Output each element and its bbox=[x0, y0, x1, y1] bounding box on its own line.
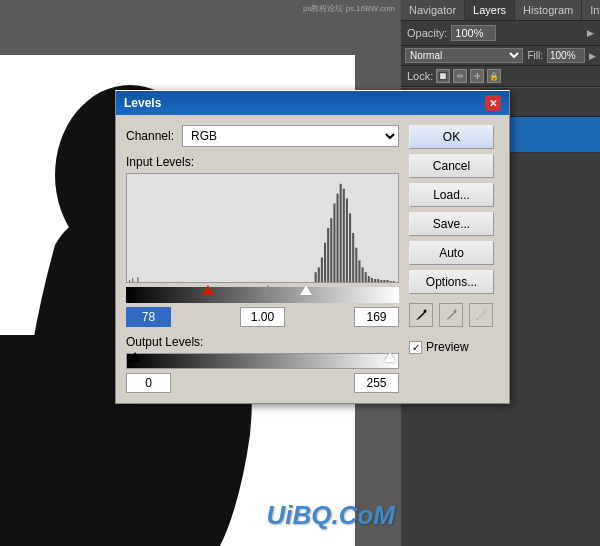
panel-arrow: ▶ bbox=[587, 28, 594, 38]
midtone-marker[interactable] bbox=[262, 285, 274, 295]
uibq-watermark: UiBQ.CoM bbox=[266, 500, 395, 531]
black-output-marker[interactable] bbox=[129, 352, 141, 362]
lock-icon-2[interactable]: ✏ bbox=[453, 69, 467, 83]
white-level-input[interactable] bbox=[354, 307, 399, 327]
lock-icon-1[interactable]: 🔲 bbox=[436, 69, 450, 83]
black-eyedropper-icon bbox=[414, 308, 428, 322]
svg-rect-13 bbox=[337, 194, 339, 282]
svg-rect-20 bbox=[358, 260, 360, 282]
eyedropper-row bbox=[409, 303, 499, 327]
mid-level-input[interactable] bbox=[240, 307, 285, 327]
white-eyedropper-icon bbox=[474, 308, 488, 322]
tab-info[interactable]: Info bbox=[582, 0, 600, 20]
svg-rect-19 bbox=[355, 248, 357, 282]
levels-body: Channel: RGB Input Levels: bbox=[116, 115, 509, 403]
svg-rect-29 bbox=[387, 280, 389, 282]
input-values-row bbox=[126, 307, 399, 327]
black-level-input[interactable] bbox=[126, 307, 171, 327]
close-button[interactable]: ✕ bbox=[485, 95, 501, 111]
opacity-input[interactable] bbox=[451, 25, 496, 41]
white-eyedropper-button[interactable] bbox=[469, 303, 493, 327]
output-gradient-track bbox=[126, 353, 399, 369]
svg-rect-24 bbox=[371, 278, 373, 282]
svg-rect-3 bbox=[129, 280, 130, 282]
preview-row: ✓ Preview bbox=[409, 340, 499, 354]
svg-rect-5 bbox=[137, 277, 138, 282]
fill-arrow: ▶ bbox=[589, 51, 596, 61]
channel-select[interactable]: RGB bbox=[182, 125, 399, 147]
lock-label: Lock: bbox=[407, 70, 433, 82]
options-button[interactable]: Options... bbox=[409, 270, 494, 294]
levels-title: Levels bbox=[124, 96, 161, 110]
svg-rect-8 bbox=[321, 257, 323, 282]
svg-rect-6 bbox=[315, 272, 317, 282]
blend-fill-row: Normal Fill: ▶ bbox=[401, 46, 600, 66]
svg-rect-31 bbox=[393, 281, 395, 282]
svg-rect-4 bbox=[132, 278, 133, 282]
black-input-marker[interactable] bbox=[202, 285, 214, 295]
channel-row: Channel: RGB bbox=[126, 125, 399, 147]
svg-rect-22 bbox=[365, 272, 367, 282]
svg-rect-27 bbox=[380, 280, 382, 282]
top-watermark: ps教程论坛 ps.16BW.com bbox=[303, 3, 395, 14]
fill-input[interactable] bbox=[547, 48, 585, 63]
svg-rect-16 bbox=[346, 199, 348, 282]
histogram-chart bbox=[127, 174, 398, 282]
svg-point-33 bbox=[454, 310, 457, 313]
levels-dialog: Levels ✕ Channel: RGB Input Levels: bbox=[115, 90, 510, 404]
svg-rect-30 bbox=[390, 281, 392, 282]
svg-point-32 bbox=[424, 310, 427, 313]
auto-button[interactable]: Auto bbox=[409, 241, 494, 265]
channel-label: Channel: bbox=[126, 129, 174, 143]
fill-label: Fill: bbox=[527, 50, 543, 61]
lock-row: Lock: 🔲 ✏ ✛ 🔒 bbox=[401, 66, 600, 87]
tab-navigator[interactable]: Navigator bbox=[401, 0, 465, 20]
white-output-marker[interactable] bbox=[384, 352, 396, 362]
load-button[interactable]: Load... bbox=[409, 183, 494, 207]
white-input-marker[interactable] bbox=[300, 285, 312, 295]
panel-tabs: Navigator Layers Histogram Info bbox=[401, 0, 600, 21]
white-output-input[interactable] bbox=[354, 373, 399, 393]
svg-rect-25 bbox=[374, 279, 376, 282]
levels-titlebar: Levels ✕ bbox=[116, 91, 509, 115]
save-button[interactable]: Save... bbox=[409, 212, 494, 236]
svg-rect-9 bbox=[324, 243, 326, 282]
svg-rect-15 bbox=[343, 189, 345, 282]
svg-rect-26 bbox=[377, 279, 379, 282]
gray-eyedropper-icon bbox=[444, 308, 458, 322]
preview-checkbox[interactable]: ✓ bbox=[409, 341, 422, 354]
blend-mode-select[interactable]: Normal bbox=[405, 48, 523, 63]
svg-rect-17 bbox=[349, 213, 351, 282]
input-levels-label: Input Levels: bbox=[126, 155, 399, 169]
preview-label: Preview bbox=[426, 340, 469, 354]
svg-rect-12 bbox=[333, 203, 335, 282]
tab-histogram[interactable]: Histogram bbox=[515, 0, 582, 20]
svg-rect-10 bbox=[327, 228, 329, 282]
input-slider-track bbox=[126, 287, 399, 303]
svg-point-34 bbox=[484, 310, 487, 313]
histogram-area bbox=[126, 173, 399, 283]
svg-rect-18 bbox=[352, 233, 354, 282]
levels-right-panel: OK Cancel Load... Save... Auto Options..… bbox=[409, 125, 499, 393]
output-values-row bbox=[126, 373, 399, 393]
black-output-input[interactable] bbox=[126, 373, 171, 393]
tab-layers[interactable]: Layers bbox=[465, 0, 515, 20]
opacity-label: Opacity: bbox=[407, 27, 447, 39]
svg-rect-28 bbox=[383, 280, 385, 282]
svg-rect-14 bbox=[340, 184, 342, 282]
svg-rect-21 bbox=[362, 267, 364, 282]
cancel-button[interactable]: Cancel bbox=[409, 154, 494, 178]
ok-button[interactable]: OK bbox=[409, 125, 494, 149]
opacity-row: Opacity: ▶ bbox=[401, 21, 600, 46]
svg-rect-11 bbox=[330, 218, 332, 282]
black-eyedropper-button[interactable] bbox=[409, 303, 433, 327]
svg-rect-23 bbox=[368, 276, 370, 282]
gray-eyedropper-button[interactable] bbox=[439, 303, 463, 327]
lock-icon-4[interactable]: 🔒 bbox=[487, 69, 501, 83]
output-levels-label: Output Levels: bbox=[126, 335, 399, 349]
lock-icon-3[interactable]: ✛ bbox=[470, 69, 484, 83]
levels-left-panel: Channel: RGB Input Levels: bbox=[126, 125, 399, 393]
svg-rect-7 bbox=[318, 267, 320, 282]
